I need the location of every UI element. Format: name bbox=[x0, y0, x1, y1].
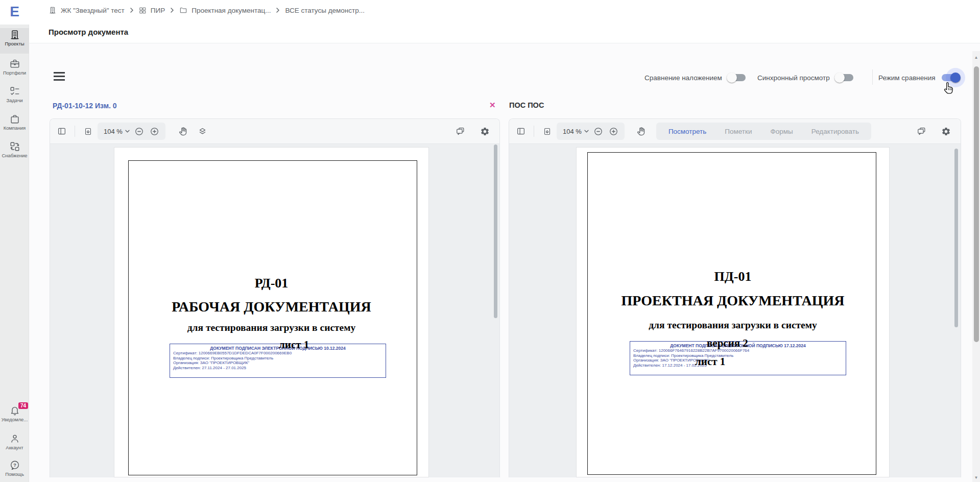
page-scrollbar[interactable]: ▲ ▼ bbox=[972, 51, 980, 482]
stamp-line: Действителен: 17.12.2024 - 17.02.2025 bbox=[633, 363, 846, 368]
breadcrumb-label: ЖК "Звездный" тест bbox=[61, 7, 125, 14]
sidebar-item-projects[interactable]: Проекты bbox=[0, 28, 29, 54]
right-pdf-page: ПД-01 ПРОЕКТНАЯ ДОКУМЕНТАЦИЯ для тестиро… bbox=[576, 147, 890, 477]
sidebar-item-tasks[interactable]: Задачи bbox=[0, 85, 29, 111]
right-viewer-panel: 104 % Посмотреть Пометки Формы Редактиро… bbox=[509, 118, 961, 477]
tab-annotations[interactable]: Пометки bbox=[715, 125, 761, 138]
zoom-in-button[interactable] bbox=[606, 124, 622, 139]
zoom-out-button[interactable] bbox=[132, 124, 147, 139]
drawing-frame bbox=[128, 160, 417, 475]
zoom-level-dropdown[interactable]: 104 % bbox=[563, 128, 589, 135]
stamp-line: Владелец подписи: Проектировщика Предста… bbox=[633, 353, 846, 358]
supply-icon bbox=[9, 141, 20, 152]
sidebar-item-label: Помощь bbox=[0, 471, 29, 477]
chevron-right-icon bbox=[276, 7, 280, 13]
sidebar-panel-toggle-button[interactable] bbox=[513, 124, 529, 139]
comments-button[interactable] bbox=[914, 124, 929, 139]
tab-forms[interactable]: Формы bbox=[761, 125, 802, 138]
sidebar-item-label: Компания bbox=[0, 125, 29, 131]
sidebar-item-company[interactable]: Компания bbox=[0, 112, 29, 139]
doc-type: РАБОЧАЯ ДОКУМЕНТАЦИЯ bbox=[114, 299, 428, 315]
breadcrumb-item-document[interactable]: ВСЕ статусы демонстр... bbox=[285, 7, 365, 14]
zoom-level-dropdown[interactable]: 104 % bbox=[104, 128, 130, 135]
sidebar-item-portfolios[interactable]: Портфели bbox=[0, 57, 29, 84]
page-settings-button[interactable] bbox=[539, 124, 555, 139]
building-icon bbox=[49, 6, 57, 14]
zoom-out-button[interactable] bbox=[591, 124, 606, 139]
chevron-right-icon bbox=[130, 7, 134, 13]
breadcrumb-item-folder[interactable]: Проектная документац... bbox=[179, 6, 271, 14]
close-left-doc-button[interactable]: ✕ bbox=[489, 101, 496, 110]
comment-icon bbox=[917, 127, 926, 136]
sidebar-item-label: Снабжение bbox=[0, 153, 29, 158]
comments-button[interactable] bbox=[452, 124, 468, 139]
hand-icon bbox=[178, 127, 188, 136]
gear-icon bbox=[941, 127, 951, 136]
signature-stamp: ДОКУМЕНТ ПОДПИСАН ЭЛЕКТРОННОЙ ПОДПИСЬЮ 1… bbox=[170, 344, 386, 378]
sidebar-item-help[interactable]: ? Помощь bbox=[0, 459, 29, 482]
viewer-mode-tabs: Посмотреть Пометки Формы Редактировать bbox=[656, 123, 871, 140]
pan-tool-button[interactable] bbox=[176, 124, 191, 139]
stamp-line: Действителен: 27.11.2024 - 27.01.2025 bbox=[173, 366, 386, 371]
left-viewer-panel: 104 % bbox=[50, 118, 500, 477]
sidebar-item-notifications[interactable]: 74 Уведомле... bbox=[0, 404, 29, 430]
top-header: ЖК "Звездный" тест ПИР Проектная докумен… bbox=[29, 0, 980, 43]
zoom-value: 104 % bbox=[104, 128, 123, 135]
left-viewer-scrollbar-thumb[interactable] bbox=[494, 144, 497, 318]
viewer-settings-button[interactable] bbox=[477, 124, 492, 139]
tab-view[interactable]: Посмотреть bbox=[659, 125, 715, 138]
right-pdf-viewer[interactable]: ПД-01 ПРОЕКТНАЯ ДОКУМЕНТАЦИЯ для тестиро… bbox=[509, 144, 961, 477]
breadcrumb-item-project[interactable]: ЖК "Звездный" тест bbox=[49, 6, 125, 14]
sidebar-item-account[interactable]: Аккаунт bbox=[0, 432, 29, 459]
toggle-label: Синхронный просмотр bbox=[757, 74, 830, 82]
minus-circle-icon bbox=[134, 127, 144, 136]
zoom-value: 104 % bbox=[563, 128, 582, 135]
sidebar-item-label: Уведомле... bbox=[0, 417, 29, 422]
doc-sheet-label: лист 1 bbox=[695, 355, 725, 368]
company-icon bbox=[9, 113, 20, 125]
pan-tool-button[interactable] bbox=[634, 124, 649, 139]
overlay-compare-switch[interactable] bbox=[728, 74, 746, 81]
zoom-controls: 104 % bbox=[98, 123, 165, 140]
zoom-in-button[interactable] bbox=[147, 124, 162, 139]
chevron-right-icon bbox=[170, 7, 174, 13]
menu-hamburger-button[interactable] bbox=[54, 72, 65, 81]
layers-button[interactable] bbox=[195, 124, 210, 139]
building-icon bbox=[9, 29, 20, 40]
right-viewer-scrollbar-thumb[interactable] bbox=[954, 149, 958, 327]
gear-icon bbox=[480, 127, 490, 136]
breadcrumb-item-section[interactable]: ПИР bbox=[139, 7, 165, 14]
app-logo[interactable]: E bbox=[0, 0, 29, 25]
sidebar-item-supply[interactable]: Снабжение bbox=[0, 140, 29, 166]
zoom-controls: 104 % bbox=[557, 123, 625, 140]
toggle-sync-view: Синхронный просмотр bbox=[757, 70, 853, 85]
page-settings-button[interactable] bbox=[80, 124, 95, 139]
stamp-title: ДОКУМЕНТ ПОДПИСАН ЭЛЕКТРОННОЙ ПОДПИСЬЮ 1… bbox=[170, 346, 386, 351]
page-scrollbar-thumb[interactable] bbox=[974, 66, 979, 342]
panel-left-icon bbox=[57, 127, 66, 136]
left-viewer-toolbar: 104 % bbox=[50, 119, 499, 144]
stamp-line: Сертификат: 1200669EB0557D1DFDEDCA0F7F00… bbox=[173, 351, 386, 356]
toolbar-divider bbox=[75, 126, 75, 137]
scrollbar-up-arrow[interactable]: ▲ bbox=[972, 55, 980, 60]
left-doc-title-link[interactable]: РД-01-10-12 Изм. 0 bbox=[53, 102, 117, 110]
drawing-frame bbox=[587, 152, 876, 475]
doc-sheet-label: лист 1 bbox=[279, 339, 309, 351]
sidebar-panel-toggle-button[interactable] bbox=[54, 124, 69, 139]
doc-code: РД-01 bbox=[114, 276, 428, 291]
left-pdf-viewer[interactable]: РД-01 РАБОЧАЯ ДОКУМЕНТАЦИЯ для тестирова… bbox=[50, 144, 499, 477]
tab-edit[interactable]: Редактировать bbox=[802, 125, 868, 138]
document-gear-icon bbox=[543, 127, 552, 136]
stamp-line: Владелец подписи: Проектировщика Предста… bbox=[173, 356, 386, 361]
right-viewer-toolbar: 104 % Посмотреть Пометки Формы Редактиро… bbox=[509, 119, 961, 144]
sync-view-switch[interactable] bbox=[836, 74, 853, 81]
compare-mode-switch[interactable] bbox=[942, 74, 959, 81]
toggles-divider bbox=[872, 69, 873, 85]
viewer-settings-button[interactable] bbox=[938, 124, 953, 139]
scrollbar-down-arrow[interactable]: ▼ bbox=[972, 475, 980, 480]
chevron-down-icon bbox=[584, 130, 589, 133]
sidebar-item-label: Задачи bbox=[0, 98, 29, 103]
plus-circle-icon bbox=[609, 127, 618, 136]
mouse-cursor-hand bbox=[942, 82, 955, 96]
breadcrumb-label: Проектная документац... bbox=[192, 7, 271, 14]
